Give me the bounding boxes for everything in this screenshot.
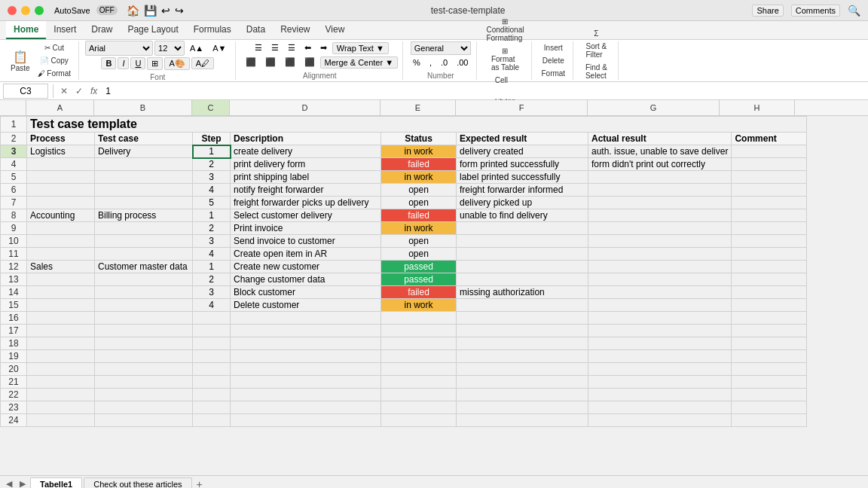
bold-button[interactable]: B <box>101 57 116 69</box>
cell-a16[interactable] <box>27 312 95 325</box>
tab-review[interactable]: Review <box>273 21 317 39</box>
cell-c5[interactable]: 3 <box>193 171 231 184</box>
align-justify-button[interactable]: ⬛ <box>301 56 319 69</box>
col-header-c[interactable]: C <box>192 100 230 115</box>
underline-button[interactable]: U <box>130 57 145 69</box>
cell-b12[interactable]: Customer master data <box>95 261 193 273</box>
format-cells-button[interactable]: Format <box>538 68 568 79</box>
formula-cancel-icon[interactable]: ✕ <box>58 86 70 96</box>
cell-c8[interactable]: 1 <box>193 209 231 222</box>
conditional-formatting-button[interactable]: ⊞ConditionalFormatting <box>483 16 527 44</box>
cell-d3[interactable]: create delivery <box>231 145 381 158</box>
cell-h11[interactable] <box>732 248 807 261</box>
row-header-22[interactable]: 22 <box>1 389 27 401</box>
row-header-1[interactable]: 1 <box>1 117 27 133</box>
formula-input[interactable] <box>102 84 865 99</box>
cell-f14[interactable]: missing authorization <box>457 286 588 299</box>
cell-e14[interactable]: failed <box>381 286 457 299</box>
cell-e15[interactable]: in work <box>381 299 457 312</box>
header-actual[interactable]: Actual result <box>588 133 732 145</box>
row-header-12[interactable]: 12 <box>1 261 27 273</box>
sheet-tab-tabelle1[interactable]: Tabelle1 <box>30 477 82 488</box>
font-color-button[interactable]: A🖊 <box>191 57 214 69</box>
cell-h12[interactable] <box>732 261 807 273</box>
row-header-6[interactable]: 6 <box>1 184 27 197</box>
share-button[interactable]: Share <box>752 5 783 17</box>
align-left-button[interactable]: ⬛ <box>242 56 260 69</box>
cell-h6[interactable] <box>732 184 807 197</box>
cell-g8[interactable] <box>588 209 732 222</box>
col-header-g[interactable]: G <box>588 100 720 115</box>
cell-f10[interactable] <box>457 235 588 248</box>
cell-f9[interactable] <box>457 222 588 235</box>
cell-b3[interactable]: Delivery <box>95 145 193 158</box>
row-header-7[interactable]: 7 <box>1 197 27 209</box>
cell-b4[interactable] <box>95 158 193 171</box>
cell-d4[interactable]: print delivery form <box>231 158 381 171</box>
row-header-15[interactable]: 15 <box>1 299 27 312</box>
sheet-tab-articles[interactable]: Check out these articles <box>84 477 191 488</box>
cell-f13[interactable] <box>457 273 588 286</box>
search-icon[interactable]: 🔍 <box>848 5 860 17</box>
header-testcase[interactable]: Test case <box>95 133 193 145</box>
header-comment[interactable]: Comment <box>732 133 807 145</box>
cell-a3[interactable]: Logistics <box>27 145 95 158</box>
fill-color-button[interactable]: A🎨 <box>164 57 189 70</box>
align-left-top-button[interactable]: ☰ <box>251 41 266 54</box>
delete-cells-button[interactable]: Delete <box>538 55 568 66</box>
cell-a8[interactable]: Accounting <box>27 209 95 222</box>
cell-h14[interactable] <box>732 286 807 299</box>
cell-f5[interactable]: label printed successfully <box>457 171 588 184</box>
decrease-font-button[interactable]: A▼ <box>209 42 230 54</box>
cell-b7[interactable] <box>95 197 193 209</box>
cell-b9[interactable] <box>95 222 193 235</box>
redo-icon[interactable]: ↪ <box>175 5 184 17</box>
cell-g14[interactable] <box>588 286 732 299</box>
cell-g5[interactable] <box>588 171 732 184</box>
format-as-table-button[interactable]: ⊞Formatas Table <box>488 45 522 73</box>
cell-h13[interactable] <box>732 273 807 286</box>
cell-b10[interactable] <box>95 235 193 248</box>
cell-a6[interactable] <box>27 184 95 197</box>
row-header-10[interactable]: 10 <box>1 235 27 248</box>
cell-g3[interactable]: auth. issue, unable to save deliver <box>588 145 732 158</box>
header-description[interactable]: Description <box>231 133 381 145</box>
cell-b11[interactable] <box>95 248 193 261</box>
tab-page-layout[interactable]: Page Layout <box>120 21 185 39</box>
cell-e12[interactable]: passed <box>381 261 457 273</box>
cell-a14[interactable] <box>27 286 95 299</box>
decrease-decimal-button[interactable]: .00 <box>453 56 472 69</box>
cell-e13[interactable]: passed <box>381 273 457 286</box>
cell-d9[interactable]: Print invoice <box>231 222 381 235</box>
cell-c4[interactable]: 2 <box>193 158 231 171</box>
cell-b14[interactable] <box>95 286 193 299</box>
cell-a13[interactable] <box>27 273 95 286</box>
cell-e10[interactable]: open <box>381 235 457 248</box>
cell-a11[interactable] <box>27 248 95 261</box>
header-expected[interactable]: Expected result <box>457 133 588 145</box>
cell-c15[interactable]: 4 <box>193 299 231 312</box>
cell-g9[interactable] <box>588 222 732 235</box>
cell-g13[interactable] <box>588 273 732 286</box>
cell-h7[interactable] <box>732 197 807 209</box>
indent-decrease-button[interactable]: ⬅ <box>301 41 315 54</box>
sheet-nav-right[interactable]: ▶ <box>17 479 29 488</box>
cell-c11[interactable]: 4 <box>193 248 231 261</box>
tab-draw[interactable]: Draw <box>84 21 120 39</box>
cell-e9[interactable]: in work <box>381 222 457 235</box>
undo-icon[interactable]: ↩ <box>161 5 170 17</box>
cell-c14[interactable]: 3 <box>193 286 231 299</box>
cell-f12[interactable] <box>457 261 588 273</box>
row-header-18[interactable]: 18 <box>1 337 27 350</box>
cell-d6[interactable]: notify freight forwarder <box>231 184 381 197</box>
col-header-e[interactable]: E <box>381 100 456 115</box>
number-format-select[interactable]: General <box>411 41 471 55</box>
minimize-button[interactable] <box>21 6 30 15</box>
increase-font-button[interactable]: A▲ <box>186 42 207 54</box>
cell-f11[interactable] <box>457 248 588 261</box>
sheet-nav-left[interactable]: ◀ <box>3 479 15 488</box>
maximize-button[interactable] <box>35 6 44 15</box>
cell-e11[interactable]: open <box>381 248 457 261</box>
row-header-8[interactable]: 8 <box>1 209 27 222</box>
borders-button[interactable]: ⊞ <box>147 57 163 70</box>
